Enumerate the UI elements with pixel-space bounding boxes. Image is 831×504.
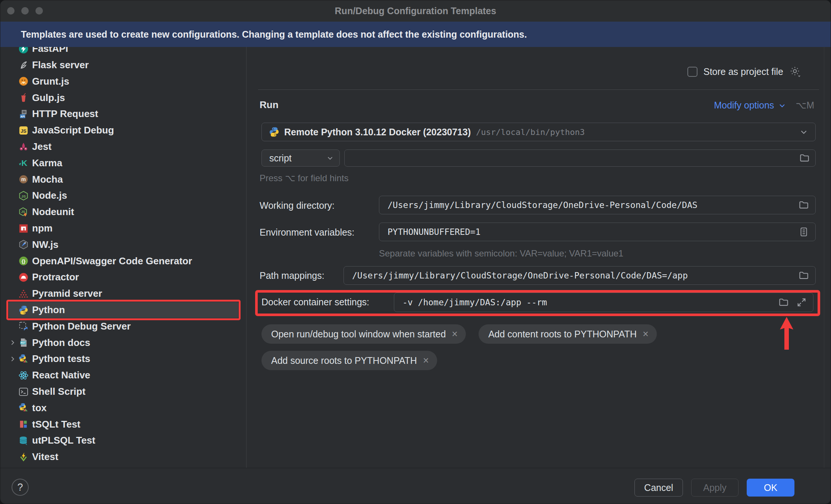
sidebar-item-mocha[interactable]: mMocha (9, 171, 238, 188)
remove-flag-icon[interactable]: × (423, 356, 429, 366)
folder-icon[interactable] (798, 270, 809, 281)
sidebar-item-nodeunit[interactable]: JSNodeunit (9, 204, 238, 220)
sidebar-item-nw-js[interactable]: NW.js (9, 237, 238, 253)
nodejs-icon: JS (18, 190, 29, 201)
expand-icon[interactable] (796, 297, 807, 308)
store-as-project-row: Store as project file (687, 66, 801, 78)
chevron-right-icon[interactable] (9, 355, 18, 363)
flag-chip-add-source-roots-to-pythonpath[interactable]: Add source roots to PYTHONPATH× (261, 351, 437, 370)
environment-variables-value: PYTHONUNBUFFERED=1 (388, 227, 480, 237)
interpreter-select[interactable]: Remote Python 3.10.12 Docker (20230713) … (261, 123, 816, 141)
chevron-spacer (9, 126, 18, 135)
sidebar-item-label: Grunt.js (32, 76, 69, 87)
info-banner-text: Templates are used to create new configu… (21, 29, 527, 40)
vitest-icon (18, 452, 29, 462)
folder-icon[interactable] (798, 199, 809, 211)
flag-chip-add-content-roots-to-pythonpath[interactable]: Add content roots to PYTHONPATH× (479, 324, 657, 344)
sidebar-item-grunt-js[interactable]: Grunt.js (9, 73, 238, 89)
tox-icon (18, 403, 29, 413)
chevron-spacer (9, 77, 18, 86)
chevron-spacer (9, 273, 18, 282)
sidebar-item-fastapi[interactable]: FastAPI (9, 47, 238, 57)
chevron-spacer (9, 224, 18, 233)
chevron-down-icon (326, 154, 334, 162)
ok-button[interactable]: OK (747, 479, 794, 497)
sidebar-item-tox[interactable]: tox (9, 400, 238, 416)
path-mappings-input[interactable]: /Users/jimmy/Library/CloudStorage/OneDri… (344, 266, 816, 285)
python-icon (18, 305, 29, 315)
environment-variables-input[interactable]: PYTHONUNBUFFERED=1 (379, 223, 816, 241)
sidebar-item-http-request[interactable]: APIHTTP Request (9, 106, 238, 122)
sidebar-item-utplsql-test[interactable]: utPLSQL Test (9, 432, 238, 448)
sidebar-item-label: FastAPI (32, 47, 68, 54)
sidebar-item-python-tests[interactable]: Python tests (9, 351, 238, 367)
chevron-right-icon[interactable] (9, 338, 18, 347)
apply-button[interactable]: Apply (691, 479, 739, 497)
help-button[interactable]: ? (12, 479, 29, 496)
chevron-spacer (9, 110, 18, 119)
gear-icon[interactable] (789, 66, 801, 78)
sidebar-item-label: npm (32, 223, 53, 234)
modify-options[interactable]: Modify options ⌥M (714, 100, 814, 111)
remove-flag-icon[interactable]: × (452, 329, 458, 339)
browse-variables-icon[interactable] (798, 226, 809, 237)
folder-icon[interactable] (778, 297, 789, 308)
cancel-button[interactable]: Cancel (634, 479, 683, 497)
sidebar-item-python-debug-server[interactable]: Python Debug Server (9, 318, 238, 334)
script-path-input[interactable] (344, 149, 816, 167)
sidebar-item-label: Python docs (32, 337, 90, 349)
sidebar-item-karma[interactable]: KKarma (9, 155, 238, 171)
chevron-spacer (9, 93, 18, 102)
sidebar-item-flask-server[interactable]: Flask server (9, 57, 238, 73)
sidebar-item-npm[interactable]: npm (9, 220, 238, 236)
sidebar-item-jest[interactable]: Jest (9, 139, 238, 155)
sidebar-item-vitest[interactable]: Vitest (9, 449, 238, 465)
sidebar-template-list: FastAPIFlask serverGrunt.jsGulp.jsAPIHTT… (0, 47, 247, 468)
sidebar-item-python-docs[interactable]: RSTPython docs (9, 335, 238, 351)
working-directory-input[interactable]: /Users/jimmy/Library/CloudStorage/OneDri… (379, 196, 816, 214)
docker-container-settings-input[interactable]: -v /home/jimmy/DAS:/app --rm (394, 293, 813, 312)
sidebar-item-python[interactable]: Python (9, 302, 238, 318)
flask-icon (18, 60, 29, 70)
interpreter-name: Remote Python 3.10.12 Docker (20230713) (284, 127, 471, 138)
store-as-project-checkbox[interactable] (687, 67, 697, 77)
sidebar-item-shell-script[interactable]: Shell Script (9, 384, 238, 400)
svg-text:K: K (21, 159, 27, 168)
sidebar-item-javascript-debug[interactable]: JSJavaScript Debug (9, 122, 238, 138)
sidebar-item-label: Karma (32, 157, 62, 169)
chevron-spacer (9, 371, 18, 380)
sidebar-item-openapi-swagger-code-generator[interactable]: {}OpenAPI/Swagger Code Generator (9, 253, 238, 269)
footer-buttons: Cancel Apply OK (634, 479, 794, 497)
svg-text:{}: {} (22, 258, 25, 264)
sidebar-item-label: Pyramid server (32, 288, 102, 299)
zoom-button[interactable] (35, 7, 43, 15)
environment-variables-hint: Separate variables with semicolon: VAR=v… (379, 248, 623, 259)
sidebar-item-tsqlt-test[interactable]: tSQLt Test (9, 416, 238, 432)
minimize-button[interactable] (21, 7, 29, 15)
target-mode-select[interactable]: script (261, 149, 340, 167)
openapi-icon: {} (18, 256, 29, 266)
header-divider (258, 89, 819, 90)
flag-chip-open-run-debug-tool-window-when-started[interactable]: Open run/debug tool window when started× (261, 324, 466, 344)
grunt-icon (18, 76, 29, 86)
close-button[interactable] (7, 7, 15, 15)
python-debug-icon (18, 321, 29, 331)
nodeunit-icon: JS (18, 207, 29, 217)
remove-flag-icon[interactable]: × (643, 329, 649, 339)
interpreter-path: /usr/local/bin/python3 (476, 127, 584, 137)
sidebar-item-protractor[interactable]: Protractor (9, 269, 238, 285)
folder-icon[interactable] (799, 152, 810, 164)
sidebar-item-pyramid-server[interactable]: Pyramid server (9, 286, 238, 302)
sidebar-item-label: React Native (32, 369, 90, 381)
chevron-spacer (9, 191, 18, 200)
svg-text:API: API (21, 115, 25, 118)
sidebar-item-node-js[interactable]: JSNode.js (9, 188, 238, 204)
npm-icon (18, 223, 29, 234)
sidebar-item-gulp-js[interactable]: Gulp.js (9, 90, 238, 106)
sidebar-item-react-native[interactable]: React Native (9, 367, 238, 383)
fastapi-icon (18, 47, 29, 54)
svg-text:RST: RST (21, 341, 25, 344)
python-icon (269, 126, 280, 138)
scrollbar-track[interactable] (824, 47, 824, 468)
run-debug-templates-dialog: Run/Debug Configuration Templates Templa… (0, 0, 831, 504)
